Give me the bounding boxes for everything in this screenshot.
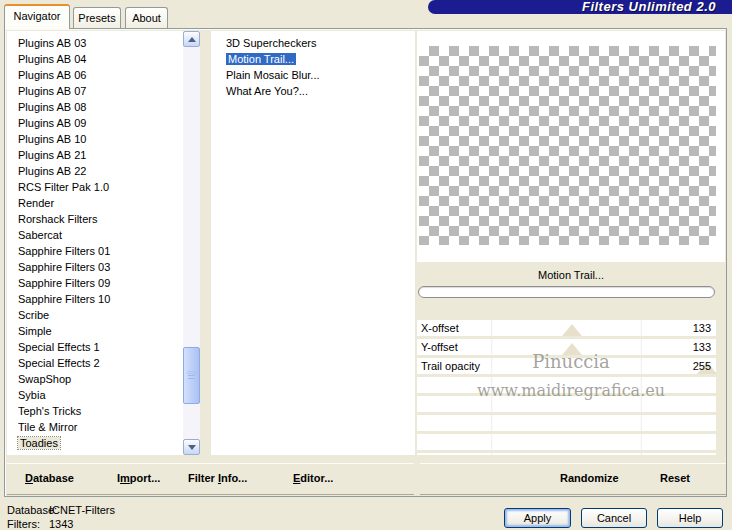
category-item-label: Sapphire Filters 10 — [18, 293, 110, 305]
category-item[interactable]: Sapphire Filters 01 — [7, 243, 183, 259]
category-item[interactable]: Tormentia — [7, 451, 183, 455]
preview-area — [417, 31, 725, 262]
filter-item[interactable]: What Are You?... — [211, 83, 415, 99]
category-item[interactable]: Render — [7, 195, 183, 211]
category-item[interactable]: Sapphire Filters 03 — [7, 259, 183, 275]
category-item-label: Sybia — [18, 389, 46, 401]
filter-item[interactable]: Plain Mosaic Blur... — [211, 67, 415, 83]
toolbar-left: DatabaseImport...Filter Info...Editor... — [7, 463, 414, 495]
filter-listbox[interactable]: 3D SupercheckersMotion Trail...Plain Mos… — [211, 31, 415, 455]
app-title-banner: Filters Unlimited 2.0 — [428, 0, 732, 14]
category-item-label: Tormentia — [18, 453, 66, 455]
database-button[interactable]: Database — [25, 464, 74, 493]
category-item[interactable]: Rorshack Filters — [7, 211, 183, 227]
category-item[interactable]: Special Effects 2 — [7, 355, 183, 371]
scroll-down-button[interactable] — [183, 439, 200, 455]
tab-presets[interactable]: Presets — [73, 7, 121, 29]
status-row: Filters:1343 — [7, 518, 73, 530]
category-item[interactable]: Plugins AB 04 — [7, 51, 183, 67]
category-item-label: Plugins AB 22 — [18, 165, 87, 177]
category-item-label: Plugins AB 09 — [18, 117, 87, 129]
category-item[interactable]: Tile & Mirror — [7, 419, 183, 435]
category-item-label: Sapphire Filters 03 — [18, 261, 110, 273]
selected-filter-title: Motion Trail... — [417, 269, 725, 281]
category-item-label: Sabercat — [18, 229, 62, 241]
category-item[interactable]: Teph's Tricks — [7, 403, 183, 419]
category-item-label: Toadies — [18, 437, 60, 449]
category-item-label: Teph's Tricks — [18, 405, 81, 417]
category-item-label: Plugins AB 06 — [18, 69, 87, 81]
cancel-button[interactable]: Cancel — [581, 508, 647, 528]
slider-row[interactable]: Trail opacity255 — [417, 358, 716, 374]
tab-about[interactable]: About — [125, 7, 168, 29]
category-item[interactable]: Sapphire Filters 09 — [7, 275, 183, 291]
empty-parameter-row — [417, 453, 716, 455]
slider-row[interactable]: X-offset133 — [417, 320, 716, 336]
category-item[interactable]: Plugins AB 03 — [7, 35, 183, 51]
help-button[interactable]: Help — [657, 508, 723, 528]
empty-parameter-row — [417, 377, 716, 393]
filter-item[interactable]: Motion Trail... — [211, 51, 415, 67]
filter-item-label: Motion Trail... — [226, 53, 296, 65]
filter-info-button[interactable]: Filter Info... — [188, 464, 247, 493]
empty-parameter-row — [417, 434, 716, 450]
category-item[interactable]: Plugins AB 07 — [7, 83, 183, 99]
category-item-label: Plugins AB 07 — [18, 85, 87, 97]
chevron-down-icon — [188, 445, 196, 450]
category-scrollbar[interactable] — [183, 31, 200, 455]
scrollbar-thumb[interactable] — [183, 347, 200, 404]
filter-item-label: 3D Supercheckers — [226, 37, 317, 49]
category-item[interactable]: Simple — [7, 323, 183, 339]
slider-label: X-offset — [421, 320, 459, 336]
import-button[interactable]: Import... — [117, 464, 160, 493]
category-item-label: Special Effects 1 — [18, 341, 100, 353]
slider-label: Y-offset — [421, 339, 458, 355]
empty-parameter-row — [417, 415, 716, 431]
category-item[interactable]: Sybia — [7, 387, 183, 403]
category-item[interactable]: Plugins AB 06 — [7, 67, 183, 83]
category-item-label: Plugins AB 21 — [18, 149, 87, 161]
slider-value: 255 — [693, 358, 711, 374]
chevron-up-icon — [188, 37, 196, 42]
category-item-label: Scribe — [18, 309, 49, 321]
category-item-label: Plugins AB 08 — [18, 101, 87, 113]
category-item[interactable]: Toadies — [7, 435, 183, 451]
randomize-button[interactable]: Randomize — [560, 464, 619, 493]
status-label: Database: — [7, 504, 49, 516]
category-item[interactable]: Plugins AB 08 — [7, 99, 183, 115]
editor-button[interactable]: Editor... — [293, 464, 333, 493]
category-item[interactable]: Plugins AB 10 — [7, 131, 183, 147]
category-item-label: Simple — [18, 325, 52, 337]
category-item[interactable]: SwapShop — [7, 371, 183, 387]
category-item[interactable]: Scribe — [7, 307, 183, 323]
filter-item[interactable]: 3D Supercheckers — [211, 35, 415, 51]
reset-button[interactable]: Reset — [660, 464, 690, 493]
scroll-up-button[interactable] — [183, 31, 200, 47]
status-value: 1343 — [49, 518, 73, 530]
category-item[interactable]: Plugins AB 21 — [7, 147, 183, 163]
status-value: ICNET-Filters — [49, 504, 115, 516]
category-item-label: Tile & Mirror — [18, 421, 77, 433]
category-item[interactable]: Plugins AB 22 — [7, 163, 183, 179]
category-item-label: Special Effects 2 — [18, 357, 100, 369]
empty-parameter-row — [417, 396, 716, 412]
category-item-label: Plugins AB 03 — [18, 37, 87, 49]
category-item[interactable]: RCS Filter Pak 1.0 — [7, 179, 183, 195]
category-item-label: Plugins AB 10 — [18, 133, 87, 145]
filter-item-label: What Are You?... — [226, 85, 308, 97]
apply-button[interactable]: Apply — [504, 508, 571, 528]
category-item[interactable]: Special Effects 1 — [7, 339, 183, 355]
category-item[interactable]: Sabercat — [7, 227, 183, 243]
status-label: Filters: — [7, 518, 49, 530]
category-item[interactable]: Sapphire Filters 10 — [7, 291, 183, 307]
category-listbox[interactable]: Plugins AB 03Plugins AB 04Plugins AB 06P… — [7, 31, 183, 455]
slider-thumb-icon[interactable] — [562, 343, 582, 355]
category-item[interactable]: Plugins AB 09 — [7, 115, 183, 131]
slider-thumb-icon[interactable] — [562, 324, 582, 336]
toolbar-right: RandomizeReset — [420, 463, 726, 495]
slider-value: 133 — [693, 320, 711, 336]
category-item-label: Rorshack Filters — [18, 213, 97, 225]
status-row: Database:ICNET-Filters — [7, 504, 115, 516]
slider-row[interactable]: Y-offset133 — [417, 339, 716, 355]
tab-navigator[interactable]: Navigator — [4, 4, 70, 29]
